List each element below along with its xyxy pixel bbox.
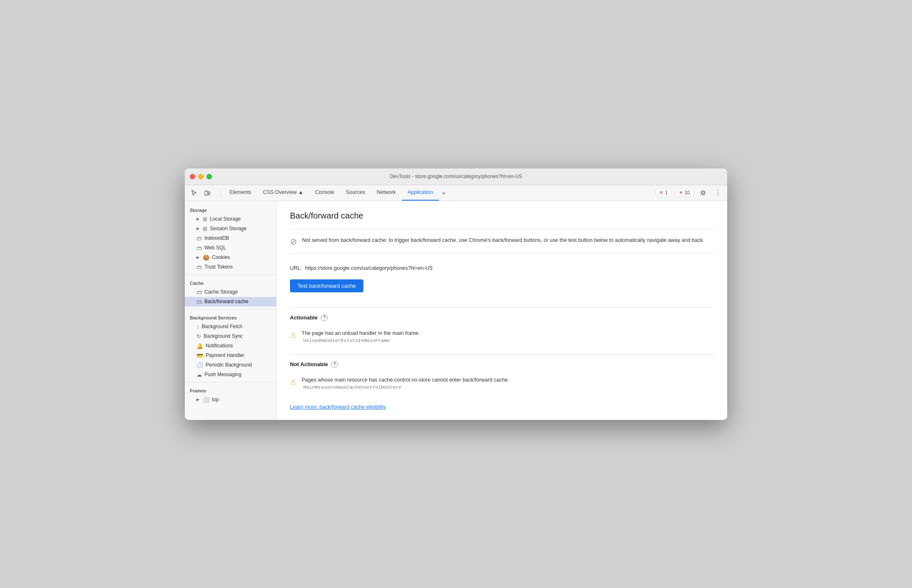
actionable-label: Actionable [290, 314, 317, 321]
not-actionable-section-header: Not Actionable ? [290, 354, 714, 368]
actionable-help-icon[interactable]: ? [321, 314, 328, 321]
sync-icon: ↻ [197, 333, 201, 339]
sidebar-item-top-frame[interactable]: ▶ ⬜ top [185, 395, 276, 405]
not-actionable-issue-row: ⚠ Pages whose main resource has cache-co… [290, 373, 714, 394]
tab-application[interactable]: Application [402, 185, 439, 201]
db-icon: 🗃 [197, 299, 202, 305]
actionable-issue-text: The page has an unload handler in the ma… [302, 330, 420, 336]
sidebar-divider [185, 274, 276, 275]
sidebar-item-session-storage[interactable]: ▶ ⊞ Session Storage [185, 224, 276, 234]
info-message: Not served from back/forward cache: to t… [302, 236, 704, 246]
not-actionable-label: Not Actionable [290, 361, 328, 367]
window-title: DevTools - store.google.com/us/category/… [390, 173, 522, 179]
sidebar-item-backforward-cache[interactable]: 🗃 Back/forward cache [185, 297, 276, 307]
bell-icon: 🔔 [197, 343, 203, 349]
grid-icon: ⊞ [203, 226, 207, 232]
more-options-button[interactable]: ⋮ [712, 187, 724, 199]
sidebar-item-cookies[interactable]: ▶ 🍪 Cookies [185, 253, 276, 262]
db-icon: 🗃 [197, 235, 202, 241]
minimize-button[interactable] [198, 174, 204, 179]
arrows-icon: ↕ [197, 324, 199, 330]
frames-section-label: Frames [185, 385, 276, 395]
sidebar-item-payment-handler[interactable]: 💳 Payment Handler [185, 351, 276, 360]
maximize-button[interactable] [207, 174, 212, 179]
tab-sources[interactable]: Sources [340, 185, 371, 201]
cloud-icon: ☁ [197, 372, 202, 378]
toolbar-icons [188, 187, 213, 199]
sidebar: Storage ▶ ⊞ Local Storage ▶ ⊞ Session St… [185, 201, 277, 420]
more-tabs-button[interactable]: » [439, 190, 448, 196]
select-tool-icon[interactable] [188, 187, 200, 199]
svg-rect-1 [208, 192, 210, 195]
frame-icon: ⬜ [203, 397, 209, 403]
svg-rect-0 [205, 191, 208, 195]
db-icon: 🗃 [197, 245, 202, 251]
sidebar-item-push-messaging[interactable]: ☁ Push Messaging [185, 370, 276, 379]
sidebar-item-label: Cache Storage [204, 289, 238, 295]
not-actionable-issue-content: Pages whose main resource has cache-cont… [302, 377, 509, 390]
tab-console[interactable]: Console [309, 185, 340, 201]
grid-icon: ⊞ [203, 216, 207, 222]
sidebar-item-label: Background Sync [204, 333, 243, 339]
error-count-badge[interactable]: ✕ 1 [655, 188, 672, 197]
close-button[interactable] [190, 174, 195, 179]
sidebar-item-notifications[interactable]: 🔔 Notifications [185, 341, 276, 351]
warning-icon-2: ⚠ [290, 377, 297, 390]
url-value: https://store.google.com/us/category/pho… [305, 265, 432, 271]
db-icon: 🗃 [197, 289, 202, 295]
actionable-issue-row: ⚠ The page has an unload handler in the … [290, 326, 714, 347]
sidebar-item-background-fetch[interactable]: ↕ Background Fetch [185, 322, 276, 332]
info-box: ⊘ Not served from back/forward cache: to… [290, 229, 714, 254]
sidebar-divider-2 [185, 309, 276, 309]
db-icon: 🗃 [197, 264, 202, 270]
toolbar-separator [221, 188, 221, 198]
warning-count: 10 [685, 190, 690, 196]
sidebar-item-cache-storage[interactable]: 🗃 Cache Storage [185, 287, 276, 297]
actionable-issue-code: UnloadHandlerExistsInMainFrame [303, 338, 420, 343]
warning-count-badge[interactable]: ✕ 10 [675, 188, 694, 197]
sidebar-item-background-sync[interactable]: ↻ Background Sync [185, 332, 276, 341]
bg-services-section-label: Background Services [185, 312, 276, 322]
page-title: Back/forward cache [290, 211, 714, 221]
sidebar-item-label: Back/forward cache [204, 299, 248, 304]
sidebar-item-indexeddb[interactable]: 🗃 IndexedDB [185, 234, 276, 243]
not-actionable-help-icon[interactable]: ? [331, 361, 338, 368]
cache-section-label: Cache [185, 277, 276, 287]
sidebar-item-label: Trust Tokens [204, 264, 233, 270]
not-actionable-issue-text: Pages whose main resource has cache-cont… [302, 377, 509, 383]
sidebar-item-label: top [212, 397, 219, 402]
arrow-icon: ▶ [197, 397, 199, 402]
tab-network[interactable]: Network [371, 185, 402, 201]
sidebar-item-trust-tokens[interactable]: 🗃 Trust Tokens [185, 262, 276, 272]
actionable-section-header: Actionable ? [290, 307, 714, 321]
card-icon: 💳 [197, 352, 203, 359]
tab-elements[interactable]: Elements [224, 185, 257, 201]
device-toolbar-icon[interactable] [202, 187, 213, 199]
sidebar-item-periodic-background[interactable]: 🕐 Periodic Background [185, 360, 276, 370]
sidebar-item-label: Local Storage [210, 216, 241, 222]
sidebar-item-label: Cookies [212, 254, 230, 260]
storage-section-label: Storage [185, 204, 276, 214]
error-x-icon: ✕ [659, 190, 663, 196]
learn-more-link[interactable]: Learn more: back/forward cache eligibili… [290, 404, 386, 410]
sidebar-item-label: Session Storage [210, 226, 247, 231]
sidebar-item-label: Web SQL [204, 245, 226, 251]
sidebar-item-local-storage[interactable]: ▶ ⊞ Local Storage [185, 214, 276, 224]
sidebar-item-label: Periodic Background [206, 362, 252, 368]
settings-button[interactable]: ⚙ [697, 187, 709, 199]
warning-x-icon: ✕ [679, 190, 683, 196]
warning-icon: ⚠ [290, 331, 297, 343]
url-row: URL: https://store.google.com/us/categor… [290, 260, 714, 276]
devtools-body: Storage ▶ ⊞ Local Storage ▶ ⊞ Session St… [185, 201, 727, 420]
sidebar-item-web-sql[interactable]: 🗃 Web SQL [185, 243, 276, 253]
sidebar-item-label: Notifications [206, 343, 233, 349]
url-label: URL: [290, 265, 302, 271]
test-backforward-cache-button[interactable]: Test back/forward cache [290, 279, 363, 292]
devtools-window: DevTools - store.google.com/us/category/… [185, 168, 727, 420]
main-panel: Back/forward cache ⊘ Not served from bac… [277, 201, 727, 420]
not-actionable-issue-code: MainResourceHasCacheControlNoStore [303, 384, 509, 390]
clock-icon: 🕐 [197, 362, 203, 368]
devtools-toolbar: Elements CSS Overview ▲ Console Sources … [185, 185, 727, 201]
toolbar-right: ✕ 1 ✕ 10 ⚙ ⋮ [655, 187, 724, 199]
tab-css-overview[interactable]: CSS Overview ▲ [257, 185, 309, 201]
